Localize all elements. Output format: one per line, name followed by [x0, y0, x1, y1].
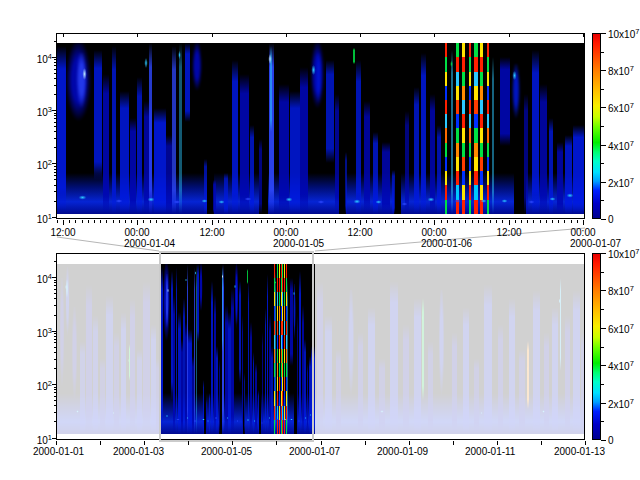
context-spectrogram[interactable]	[57, 264, 584, 434]
x-tick-minor	[187, 220, 188, 223]
x-tick-major	[497, 441, 498, 445]
x-tick-mirror	[137, 34, 138, 37]
autoplot-canvas: 12:0000:002000-01-0412:0000:002000-01-05…	[0, 0, 640, 480]
y-tick-minor	[54, 389, 56, 390]
x-tick-minor	[472, 220, 473, 223]
y-tick-minor	[54, 113, 56, 114]
x-tick-minor	[354, 220, 355, 223]
zoom-plot[interactable]	[56, 33, 585, 219]
x-tick-date-label: 2000-01-01	[33, 446, 84, 457]
x-tick-time-label: 12:00	[50, 227, 75, 238]
zoom-spectrogram[interactable]	[57, 43, 584, 214]
y-tick-label: 103	[26, 325, 52, 339]
x-tick-minor	[143, 220, 144, 223]
x-tick-major	[137, 220, 138, 225]
spectrogram-hotspot	[528, 200, 535, 204]
spectrogram-hotspot	[218, 200, 225, 204]
x-tick-minor	[230, 220, 231, 223]
x-tick-date-label: 2000-01-06	[421, 238, 472, 249]
y-tick-minor	[54, 94, 56, 95]
spectrogram-streak	[421, 53, 426, 214]
x-tick-minor	[533, 220, 534, 223]
spectrogram-streak	[353, 48, 355, 63]
zoom-window-box[interactable]	[159, 251, 314, 442]
x-tick-major	[509, 220, 510, 225]
x-tick-major	[453, 441, 454, 445]
x-tick-minor	[422, 220, 423, 223]
x-tick-minor	[366, 220, 367, 223]
y-tick-minor	[54, 405, 56, 406]
x-tick-time-label: 12:00	[347, 227, 372, 238]
spectrogram-streak	[414, 87, 419, 214]
x-tick-major	[585, 441, 586, 445]
y-tick-minor	[54, 78, 56, 79]
y-tick-minor	[54, 396, 56, 397]
x-tick-major	[188, 441, 189, 445]
x-tick-major	[360, 220, 361, 225]
colorbar-top[interactable]	[592, 33, 601, 219]
spectrogram-hotspot	[450, 60, 453, 68]
y-tick-label: 102	[26, 157, 52, 171]
spectrogram-streak	[326, 60, 334, 163]
x-tick-minor	[571, 220, 572, 223]
x-tick-minor	[372, 220, 373, 223]
spectrogram-hotspot	[401, 202, 408, 206]
y-tick-minor	[54, 115, 56, 116]
y-tick-minor	[54, 387, 56, 388]
x-tick-minor	[94, 220, 95, 223]
x-tick-major	[100, 441, 101, 445]
x-tick-major	[56, 441, 57, 445]
x-tick-date-label: 2000-01-11	[465, 446, 515, 457]
y-tick-minor	[54, 138, 56, 139]
spectrogram-streak	[474, 43, 477, 214]
x-tick-major	[583, 220, 584, 225]
spectrogram-streak	[130, 118, 136, 214]
spectrogram-streak	[524, 94, 527, 214]
spectrogram-hotspot	[115, 199, 123, 203]
colorbar-tick-major	[601, 33, 606, 34]
spectrogram-hotspot	[311, 64, 316, 76]
x-tick-minor	[100, 220, 101, 223]
y-tick-minor	[54, 175, 56, 176]
colorbar-tick-label: 10x107	[608, 28, 639, 40]
x-tick-minor	[465, 220, 466, 223]
y-tick-label: 104	[26, 271, 52, 285]
spectrogram-hotspot	[178, 50, 181, 60]
x-tick-major	[63, 220, 64, 225]
x-tick-major	[409, 441, 410, 445]
context-plot[interactable]	[56, 253, 585, 440]
y-tick-minor	[54, 293, 56, 294]
spectrogram-streak	[462, 43, 465, 214]
colorbar-tick-minor	[601, 52, 604, 53]
y-tick-minor	[54, 359, 56, 360]
y-tick-minor	[54, 352, 56, 353]
spectrogram-streak	[405, 111, 409, 214]
x-tick-mirror	[583, 34, 584, 37]
x-tick-mirror	[434, 34, 435, 37]
spectrogram-streak	[500, 57, 509, 146]
x-tick-minor	[69, 220, 70, 223]
colorbar-tick-label: 2x107	[608, 177, 634, 189]
y-tick-minor	[54, 333, 56, 334]
x-tick-minor	[490, 220, 491, 223]
x-tick-major	[541, 441, 542, 445]
y-tick-minor	[54, 400, 56, 401]
y-tick-major	[52, 57, 56, 58]
x-tick-date-label: 2000-01-05	[201, 446, 252, 457]
x-tick-minor	[441, 220, 442, 223]
colorbar-tick-minor	[601, 89, 604, 90]
colorbar-bottom[interactable]	[592, 253, 601, 440]
spectrogram-hotspot	[144, 57, 148, 69]
spectrogram-streak	[492, 57, 494, 214]
y-tick-minor	[54, 315, 56, 316]
x-tick-minor	[564, 220, 565, 223]
x-tick-minor	[280, 220, 281, 223]
y-tick-major	[52, 110, 56, 111]
spectrogram-streak	[94, 50, 102, 180]
colorbar-tick-label: 8x107	[608, 65, 634, 77]
x-tick-minor	[521, 220, 522, 223]
spectrogram-streak	[469, 43, 472, 214]
y-tick-minor	[54, 62, 56, 63]
spectrogram-streak	[456, 43, 459, 214]
x-tick-minor	[304, 220, 305, 223]
